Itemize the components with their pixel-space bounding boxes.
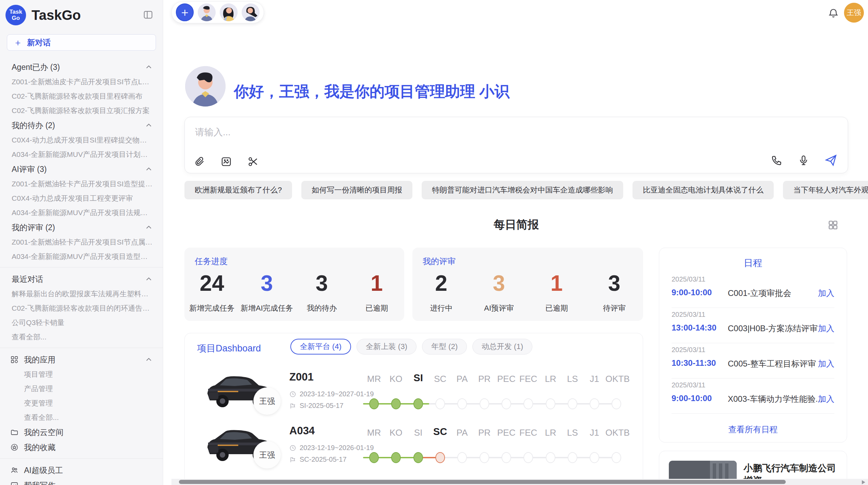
milestone-track: MR KO SI SC PA PR PEC FEC LR LS J1 OKTB — [363, 368, 627, 419]
write-image-icon — [10, 481, 19, 485]
milestone-dot — [369, 452, 379, 463]
suggestion-chip[interactable]: 比亚迪全固态电池计划具体说了什么 — [632, 181, 774, 199]
project-row[interactable]: 王强 A034 2023-12-19~2026-01-19 SC-2025-05… — [185, 421, 643, 475]
list-item[interactable]: C0X4-动力总成开发项目SI里程碑提交物检查 — [0, 133, 163, 147]
join-link[interactable]: 加入 — [818, 288, 834, 299]
section-my-review[interactable]: 我的评审 (2) — [0, 220, 163, 235]
join-link[interactable]: 加入 — [818, 358, 834, 369]
suggestion-chip[interactable]: 特朗普可能对进口汽车增税会对中国车企造成哪些影响 — [422, 181, 623, 199]
list-item[interactable]: C02-飞腾新能源轻客改款项目的闭环通告反馈情况 — [0, 301, 163, 315]
list-item[interactable]: Z001-全新燃油皮卡产品开发项目SI节点Lesson Learn报告 — [0, 75, 163, 89]
stat-label: 待评审 — [603, 303, 626, 313]
chat-composer — [184, 117, 848, 173]
list-item[interactable]: C02-飞腾新能源轻客改款项目立项汇报方案 — [0, 103, 163, 118]
assistant-avatar — [185, 66, 226, 107]
suggestion-chip[interactable]: 当下年轻人对汽车外观有怎样的喜好趋势 — [783, 181, 868, 199]
sidebar-item-help-write[interactable]: 帮我写作 — [0, 478, 163, 485]
chat-input[interactable] — [195, 125, 538, 140]
milestone-dot — [480, 398, 489, 409]
milestone-dot — [369, 398, 379, 409]
section-ai-review[interactable]: AI评审 (3) — [0, 162, 163, 177]
chevron-up-icon[interactable] — [145, 224, 153, 231]
agent-avatar[interactable] — [242, 3, 260, 21]
milestone-dot — [546, 452, 555, 463]
suggestion-chip[interactable]: 欧洲新规最近颁布了什么? — [184, 181, 292, 199]
view-all-apps[interactable]: 查看全部... — [0, 410, 163, 425]
agent-avatar[interactable] — [220, 3, 238, 21]
horizontal-scrollbar[interactable] — [171, 479, 868, 485]
list-item[interactable]: 解释最新出台的欧盟报废车法规再生塑料比例被调至15%... — [0, 287, 163, 301]
dashboard-title: 项目Dashboard — [197, 342, 261, 355]
milestone-dot — [568, 452, 577, 463]
view-all-schedule-link[interactable]: 查看所有日程 — [659, 424, 847, 435]
layout-grid-icon[interactable] — [827, 219, 839, 231]
list-item[interactable]: C02-飞腾新能源轻客改款项目里程碑画布 — [0, 89, 163, 103]
list-item[interactable]: 公司Q3轻卡销量 — [0, 315, 163, 330]
scissors-icon[interactable] — [247, 156, 259, 167]
project-dates: 2023-12-19~2027-01-19 — [300, 390, 374, 398]
sidebar-item-my-apps[interactable]: 我的应用 — [0, 352, 163, 367]
add-agent-button[interactable]: ＋ — [176, 3, 194, 21]
section-agent-done[interactable]: Agent已办 (3) — [0, 60, 163, 75]
stat-label: AI预评审 — [484, 303, 514, 313]
milestone-dot — [612, 452, 621, 463]
schedule-event: 2025/03/11 13:00-14:30 C003|H0B-方案冻结评审 加… — [659, 308, 847, 343]
mic-icon[interactable] — [798, 154, 809, 166]
event-time: 13:00-14:30 — [672, 323, 716, 333]
attachment-icon[interactable] — [194, 156, 205, 167]
tab-new-body[interactable]: 全新上装 (3) — [357, 339, 417, 355]
chevron-up-icon[interactable] — [145, 63, 153, 71]
list-item[interactable]: A034-全新新能源MUV产品开发项目计划变更表编写 — [0, 147, 163, 162]
user-avatar[interactable]: 王强 — [844, 3, 864, 23]
section-my-todo[interactable]: 我的待办 (2) — [0, 118, 163, 133]
agent-avatar[interactable] — [198, 3, 216, 21]
view-all-chats[interactable]: 查看全部... — [0, 330, 163, 344]
milestone-dot — [391, 398, 401, 409]
schedule-event: 2025/03/11 9:00-10:00 X003-车辆动力学性能验... 加… — [659, 378, 847, 414]
chevron-up-icon[interactable] — [145, 275, 153, 283]
chevron-up-icon[interactable] — [145, 356, 153, 363]
sidebar-item-product-mgmt[interactable]: 产品管理 — [0, 382, 163, 396]
join-link[interactable]: 加入 — [818, 394, 834, 405]
project-row[interactable]: 王强 Z001 2023-12-19~2027-01-19 SI-2025-05… — [185, 368, 643, 421]
stat-value: 1 — [551, 272, 563, 294]
divider — [0, 348, 163, 348]
chevron-up-icon[interactable] — [145, 122, 153, 129]
new-chat-button[interactable]: ＋ 新对话 — [7, 34, 156, 51]
scroll-right-arrow[interactable] — [862, 480, 865, 484]
sidebar-item-favorites[interactable]: 我的收藏 — [0, 440, 163, 455]
join-link[interactable]: 加入 — [818, 323, 834, 334]
milestone-dot — [590, 398, 599, 409]
notification-bell-icon[interactable] — [828, 8, 839, 18]
sidebar-item-project-mgmt[interactable]: 项目管理 — [0, 367, 163, 382]
greeting-text: 你好，王强，我是你的项目管理助理 小识 — [234, 82, 509, 102]
schedule-card: 日程 2025/03/11 9:00-10:00 C001-立项审批会 加入 2… — [659, 248, 847, 443]
sidebar-item-cloud-space[interactable]: 我的云空间 — [0, 425, 163, 440]
suggestion-chip[interactable]: 如何写一份清晰的项目周报 — [301, 181, 412, 199]
sidebar-item-change-mgmt[interactable]: 变更管理 — [0, 396, 163, 410]
tab-year-model[interactable]: 年型 (2) — [422, 339, 467, 355]
tab-new-platform[interactable]: 全新平台 (4) — [290, 339, 351, 355]
event-title: X003-车辆动力学性能验... — [728, 394, 822, 405]
tab-powertrain[interactable]: 动总开发 (1) — [472, 339, 532, 355]
sidebar-collapse-icon[interactable] — [143, 10, 153, 20]
scrollbar-thumb[interactable] — [179, 480, 786, 484]
section-recent-chats[interactable]: 最近对话 — [0, 272, 163, 287]
list-item[interactable]: Z001-全新燃油轻卡产品开发项目SI节点属性5D文件评审 — [0, 235, 163, 249]
milestone-dot — [435, 452, 445, 463]
project-dates: 2023-12-19~2026-01-19 — [300, 444, 374, 452]
list-item[interactable]: Z001-全新燃油轻卡产品开发项目SI造型提交物评审 — [0, 177, 163, 191]
chevron-up-icon[interactable] — [145, 165, 153, 173]
image-icon[interactable] — [220, 156, 232, 167]
milestone-track: MR KO SI SC PA PR PEC FEC LR LS J1 OKTB — [363, 421, 627, 473]
list-item[interactable]: A034-全新新能源MUV产品开发项目造型可行性评审 — [0, 249, 163, 264]
send-icon[interactable] — [824, 154, 837, 167]
sidebar-item-ai-employee[interactable]: AI超级员工 — [0, 463, 163, 478]
phone-icon[interactable] — [771, 154, 783, 166]
stat-value: 1 — [371, 272, 383, 294]
list-item[interactable]: C0X4-动力总成开发项目工程变更评审 — [0, 191, 163, 206]
dashboard-tabs: 全新平台 (4) 全新上装 (3) 年型 (2) 动总开发 (1) — [290, 339, 532, 355]
list-item[interactable]: A034-全新新能源MUV产品开发项目法规符合性评审 — [0, 206, 163, 220]
apps-grid-icon — [10, 356, 19, 364]
project-code: A034 — [289, 425, 315, 437]
